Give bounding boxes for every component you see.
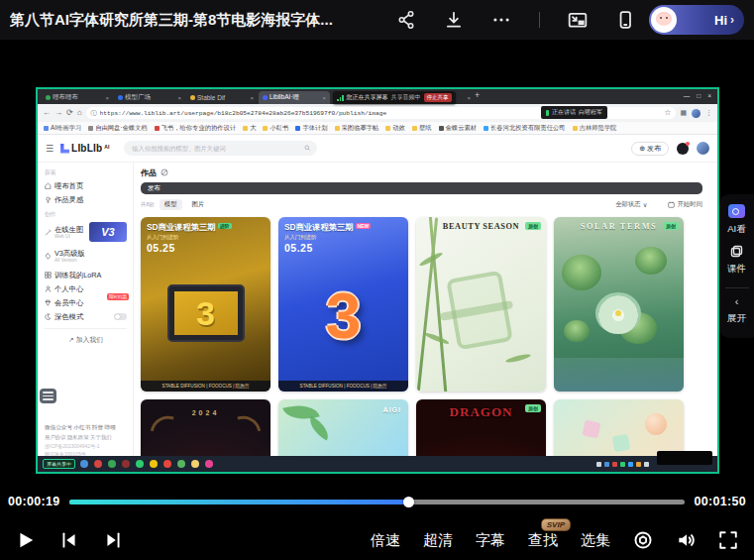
bookmark-item[interactable]: 采图临摹字帖 xyxy=(335,124,379,133)
bookmark-item[interactable]: 壁纸 xyxy=(412,124,432,133)
v3-banner[interactable]: V3 xyxy=(89,222,127,242)
mirror-to-device-icon[interactable] xyxy=(615,10,635,30)
volume-icon[interactable] xyxy=(676,530,696,550)
sidebar-item-member-center[interactable]: 会员中心 限时特惠 xyxy=(45,297,127,308)
tray-icon[interactable] xyxy=(620,462,625,467)
work-card[interactable]: SD商业课程第三期 NEW 从入门到进阶 05.25 3 STABLE DIFF… xyxy=(278,217,408,392)
bookmark-item[interactable]: 小红书 xyxy=(263,124,288,133)
work-card[interactable]: AIGI xyxy=(278,399,408,460)
forward-icon[interactable]: → xyxy=(54,109,62,117)
start-time-filter[interactable]: 开始时间 xyxy=(668,200,702,209)
browser-tab[interactable]: 模型广场 × xyxy=(114,91,185,104)
find-button[interactable]: 查找 xyxy=(528,531,558,548)
next-episode-button[interactable] xyxy=(103,530,123,550)
browser-profile-avatar[interactable] xyxy=(692,109,700,118)
more-icon[interactable] xyxy=(491,10,511,30)
work-card[interactable]: 原创 BEAUTY SEASON xyxy=(416,217,546,392)
footer-policy-links[interactable]: 用户协议 隐私政策 关于我们 xyxy=(45,434,127,441)
bookmark-item[interactable]: AI绘画学习 xyxy=(44,124,81,133)
browser-tab[interactable]: LiblibAI·哩 × xyxy=(259,91,330,104)
hamburger-menu-icon[interactable]: ☰ xyxy=(46,144,54,154)
tab-model[interactable]: 模型 xyxy=(160,199,182,210)
video-viewport[interactable]: 哩布哩布 × 模型广场 × Stable Dif × xyxy=(0,40,754,491)
browser-tab[interactable]: 哩布哩布 × xyxy=(42,91,113,104)
tray-icon[interactable] xyxy=(604,462,609,467)
browser-tab[interactable]: Stable Dif × xyxy=(186,91,258,104)
play-button[interactable] xyxy=(16,530,36,550)
taskbar-app-icon[interactable] xyxy=(191,460,199,468)
taskbar-app-icon[interactable] xyxy=(80,460,88,468)
taskbar-app-icon[interactable] xyxy=(177,460,185,468)
home-icon[interactable]: ⌂ xyxy=(77,109,82,117)
taskbar-app-icon[interactable] xyxy=(163,460,171,468)
tab-close-icon[interactable]: × xyxy=(250,95,254,101)
sidebar-item-join-us[interactable]: ↗ 加入我们 xyxy=(45,335,127,345)
tab-close-icon[interactable]: × xyxy=(322,95,326,101)
tray-icon[interactable] xyxy=(612,462,617,467)
courseware-label[interactable]: 课件 xyxy=(727,263,746,276)
previous-episode-button[interactable] xyxy=(59,530,79,550)
block-icon[interactable] xyxy=(161,168,168,176)
sidebar-item-dark-mode[interactable]: 深色模式 xyxy=(45,311,127,322)
bookmark-item[interactable]: 动效 xyxy=(385,124,405,133)
quality-button[interactable]: 超清 xyxy=(423,531,453,550)
sidebar-item-online-generate[interactable]: 在线生图 Web UI V3 xyxy=(45,222,127,243)
screen-record-icon[interactable] xyxy=(633,530,653,550)
notification-bell-icon[interactable] xyxy=(677,143,689,155)
footer-social-links[interactable]: 微信公众号 小红书 抖音 哔哩 xyxy=(45,424,127,432)
taskbar-share-indicator[interactable]: 屏幕共享中 xyxy=(43,459,75,469)
picture-in-picture-icon[interactable] xyxy=(568,10,588,30)
download-icon[interactable] xyxy=(444,10,464,30)
bookmark-item[interactable]: 大 xyxy=(243,124,256,133)
taskbar-app-icon[interactable] xyxy=(136,460,144,468)
episodes-button[interactable]: 选集 xyxy=(581,531,610,550)
floating-menu-widget[interactable] xyxy=(40,389,56,403)
tab-image[interactable]: 图片 xyxy=(187,199,210,210)
ai-watch-label[interactable]: AI看 xyxy=(727,223,745,236)
bookmark-item[interactable]: 金蝶云素材 xyxy=(439,124,477,133)
bookmark-item[interactable]: 吉林师范学院 xyxy=(573,124,617,133)
tab-close-icon[interactable]: × xyxy=(105,95,109,101)
taskbar-app-icon[interactable] xyxy=(122,460,130,468)
speed-button[interactable]: 倍速 xyxy=(371,531,400,550)
chevron-left-icon[interactable]: ‹ xyxy=(735,296,739,307)
progress-bar[interactable] xyxy=(69,500,684,504)
sidebar-item-home[interactable]: 哩布首页 xyxy=(45,180,127,191)
expand-label[interactable]: 展开 xyxy=(727,312,746,325)
tray-icon[interactable] xyxy=(596,462,601,467)
share-icon[interactable] xyxy=(396,10,416,30)
taskbar-app-icon[interactable] xyxy=(205,460,213,468)
tray-icon[interactable] xyxy=(628,462,633,467)
bookmark-item[interactable]: 自由网盘·金蝶文档 xyxy=(88,124,147,133)
tab-close-icon[interactable]: × xyxy=(177,95,181,101)
work-card[interactable]: SD商业课程第三期 进阶 从入门到进阶 05.25 3 STABLE DIFFU… xyxy=(141,217,270,392)
extensions-icon[interactable]: ▦ xyxy=(680,109,687,117)
browser-menu-icon[interactable]: ⋮ xyxy=(705,109,712,117)
new-tab-button[interactable]: + xyxy=(475,91,480,100)
window-maximize-button[interactable]: □ xyxy=(697,92,700,99)
tab-close-icon[interactable]: × xyxy=(467,95,471,101)
back-icon[interactable]: ← xyxy=(43,109,51,117)
courseware-icon[interactable] xyxy=(730,245,743,258)
site-info-icon[interactable]: ⓘ xyxy=(91,109,97,118)
progress-thumb[interactable] xyxy=(403,497,414,507)
liblib-user-avatar[interactable] xyxy=(697,142,709,155)
stop-sharing-button[interactable]: 停止共享 xyxy=(424,93,452,102)
status-filter-dropdown[interactable]: 全部状态 ∨ xyxy=(615,200,647,209)
site-search[interactable] xyxy=(124,141,317,156)
work-card[interactable]: 2024 xyxy=(141,399,270,460)
bookmark-item[interactable]: 长春河北投资有限责任公司 xyxy=(484,124,566,133)
reload-icon[interactable]: ⟳ xyxy=(66,109,73,117)
dark-mode-toggle[interactable] xyxy=(114,313,127,320)
tray-icon[interactable] xyxy=(636,462,641,467)
subtitles-button[interactable]: 字幕 xyxy=(476,531,505,550)
sidebar-item-inspiration[interactable]: 作品灵感 xyxy=(45,194,127,205)
publish-button[interactable]: ⊕ 发布 xyxy=(631,142,669,156)
ai-watch-icon[interactable] xyxy=(728,204,745,218)
window-minimize-button[interactable]: — xyxy=(684,92,691,99)
work-card[interactable]: 原创 DRAGON xyxy=(416,399,546,460)
taskbar-app-icon[interactable] xyxy=(94,460,102,468)
user-account-button[interactable]: Hi › xyxy=(649,5,744,35)
taskbar-app-icon[interactable] xyxy=(150,460,158,468)
publish-tab-selected[interactable]: 发布 xyxy=(141,182,702,194)
